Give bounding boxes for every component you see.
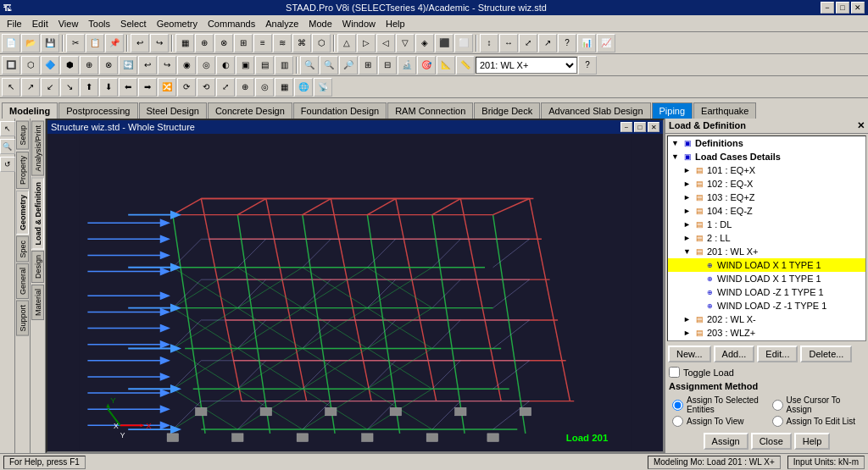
tb3-btn3[interactable]: ↙ [41, 78, 59, 97]
open-button[interactable]: 📂 [21, 34, 40, 53]
tb-btn12[interactable]: ▽ [396, 34, 415, 53]
tb3-btn16[interactable]: 🌐 [294, 78, 313, 97]
tb3-btn1[interactable]: ↖ [2, 78, 20, 97]
tb2-btn7[interactable]: 🔄 [119, 56, 137, 75]
tree-item-102[interactable]: ► ▤ 102 : EQ-X [668, 177, 865, 191]
tree-item-101[interactable]: ► ▤ 101 : EQ+X [668, 163, 865, 177]
paste-button[interactable]: 📌 [105, 34, 124, 53]
tb-btn17[interactable]: ↔ [499, 34, 518, 53]
spec-tab[interactable]: Spec [16, 236, 29, 263]
maximize-button[interactable]: □ [836, 2, 849, 14]
copy-button[interactable]: 📋 [86, 34, 104, 53]
tb2-btn22[interactable]: 🎯 [417, 56, 436, 75]
tb-btn3[interactable]: ⊗ [214, 34, 233, 53]
tb3-btn14[interactable]: ◎ [255, 78, 274, 97]
delete-button[interactable]: Delete... [800, 346, 852, 362]
menu-item-tools[interactable]: Tools [83, 17, 115, 30]
tb-btn20[interactable]: ? [558, 34, 576, 53]
tab-steel-design[interactable]: Steel Design [139, 102, 207, 119]
menu-item-analyze[interactable]: Analyze [260, 17, 303, 30]
viewport-canvas[interactable]: X Y Y X Load 201 [47, 134, 663, 450]
viewport-minimize[interactable]: − [620, 122, 632, 132]
analysis-tab[interactable]: Analysis/Print [31, 121, 44, 176]
tb2-btn17[interactable]: 🔍 [320, 56, 338, 75]
tb-btn18[interactable]: ⤢ [519, 34, 537, 53]
support-tab[interactable]: Support [16, 301, 29, 336]
tree-area[interactable]: ▼ ▣ Definitions ▼ ▣ Load Cases Details ►… [667, 135, 866, 341]
menu-item-window[interactable]: Window [337, 17, 381, 30]
tb2-btn10[interactable]: ◉ [177, 56, 196, 75]
cut-button[interactable]: ✂ [66, 34, 85, 53]
tb2-btn21[interactable]: 🔬 [398, 56, 416, 75]
menu-item-edit[interactable]: Edit [27, 17, 53, 30]
undo-button[interactable]: ↩ [131, 34, 149, 53]
close-button[interactable]: Close [751, 433, 792, 450]
tb-btn1[interactable]: ▦ [175, 34, 194, 53]
right-panel-close[interactable]: ✕ [857, 120, 865, 131]
new-button[interactable]: 📄 [2, 34, 20, 53]
setup-tab[interactable]: Setup [16, 121, 29, 150]
tb3-btn6[interactable]: ⬇ [99, 78, 118, 97]
tb3-btn15[interactable]: ▦ [275, 78, 293, 97]
tb2-btn6[interactable]: ⊗ [99, 56, 118, 75]
tb-btn9[interactable]: △ [337, 34, 356, 53]
material-tab[interactable]: Material [31, 285, 44, 320]
tb2-btn14[interactable]: ▤ [255, 56, 274, 75]
tb-btn11[interactable]: ◁ [376, 34, 395, 53]
menu-item-view[interactable]: View [53, 17, 84, 30]
tb3-btn8[interactable]: ➡ [138, 78, 157, 97]
tb2-btn1[interactable]: 🔲 [2, 56, 20, 75]
load-dropdown[interactable]: 201: WL X+ 101: EQ+X 201: WL X+ [476, 57, 577, 74]
tb-btn5[interactable]: ≡ [253, 34, 272, 53]
menu-item-select[interactable]: Select [115, 17, 152, 30]
menu-item-help[interactable]: Help [381, 17, 410, 30]
tree-item-definitions[interactable]: ▼ ▣ Definitions [668, 136, 865, 150]
tb2-btn24[interactable]: 📏 [456, 56, 475, 75]
tb3-btn10[interactable]: ⟳ [177, 78, 196, 97]
close-button[interactable]: ✕ [851, 2, 865, 14]
tab-ram-connection[interactable]: RAM Connection [387, 102, 473, 119]
tab-advanced-slab-design[interactable]: Advanced Slab Design [541, 102, 650, 119]
geometry-tab[interactable]: Geometry [16, 191, 29, 235]
tree-item-wind4[interactable]: ⊕ WIND LOAD -Z -1 TYPE 1 [668, 299, 865, 312]
tb-btn22[interactable]: 📈 [597, 34, 615, 53]
tb3-btn17[interactable]: 📡 [314, 78, 332, 97]
tb3-btn2[interactable]: ↗ [21, 78, 40, 97]
tb-btn13[interactable]: ◈ [415, 34, 434, 53]
tb2-btn8[interactable]: ↩ [138, 56, 157, 75]
tree-item-wind1[interactable]: ⊕ WIND LOAD X 1 TYPE 1 [668, 258, 865, 272]
tb-btn14[interactable]: ⬛ [435, 34, 453, 53]
rotate-tool[interactable]: ↺ [0, 157, 15, 172]
tab-modeling[interactable]: Modeling [2, 102, 58, 119]
tb-btn7[interactable]: ⌘ [292, 34, 311, 53]
tb2-btn15[interactable]: ▥ [275, 56, 293, 75]
tb-btn15[interactable]: ⬜ [454, 34, 473, 53]
tb2-btn19[interactable]: ⊞ [359, 56, 377, 75]
tree-item-wind3[interactable]: ⊕ WIND LOAD -Z 1 TYPE 1 [668, 285, 865, 299]
tb-btn16[interactable]: ↕ [480, 34, 498, 53]
menu-item-commands[interactable]: Commands [203, 17, 260, 30]
tb2-btn13[interactable]: ▣ [236, 56, 254, 75]
tree-item-203[interactable]: ► ▤ 203 : WLZ+ [668, 326, 865, 340]
new-button[interactable]: New... [668, 346, 711, 362]
tb2-btn2[interactable]: ⬡ [21, 56, 40, 75]
toggle-load-checkbox[interactable] [669, 367, 680, 378]
tb2-btn16[interactable]: 🔍 [300, 56, 319, 75]
tb-btn2[interactable]: ⊕ [195, 34, 214, 53]
tab-foundation-design[interactable]: Foundation Design [293, 102, 387, 119]
minimize-button[interactable]: − [821, 2, 834, 14]
tb2-btn12[interactable]: ◐ [216, 56, 235, 75]
assign-button[interactable]: Assign [704, 433, 748, 450]
radio-selected-entities[interactable]: Assign To Selected Entities [669, 395, 765, 415]
tb2-btn3[interactable]: 🔷 [41, 56, 59, 75]
tab-earthquake[interactable]: Earthquake [693, 102, 756, 119]
tab-piping[interactable]: Piping [652, 102, 693, 119]
edit-button[interactable]: Edit... [757, 346, 798, 362]
cursor-tool[interactable]: ↖ [0, 121, 15, 136]
tree-item-wind2[interactable]: ⊕ WIND LOAD X 1 TYPE 1 [668, 272, 865, 285]
tb3-btn7[interactable]: ⬅ [119, 78, 137, 97]
help-button[interactable]: Help [794, 433, 831, 450]
property-tab[interactable]: Property [16, 152, 29, 189]
tb3-btn9[interactable]: 🔀 [158, 78, 176, 97]
tree-item-103[interactable]: ► ▤ 103 : EQ+Z [668, 191, 865, 204]
